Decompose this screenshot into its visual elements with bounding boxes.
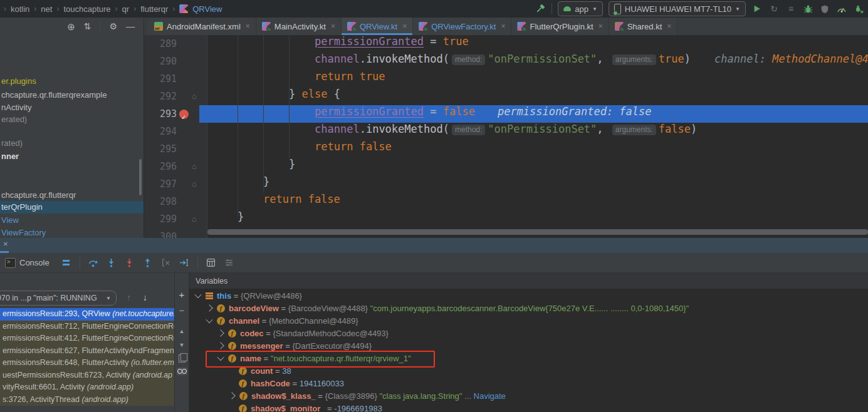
fold-marker-icon[interactable]: ⌂ xyxy=(192,158,197,175)
tree-item[interactable]: nActivity xyxy=(0,101,31,114)
device-dropdown[interactable]: HUAWEI HUAWEI MT7-TL10 ▼ xyxy=(609,1,746,16)
chevron-right-icon[interactable] xyxy=(228,392,235,399)
code-editor[interactable]: 289 290 291 292⌂ 293 294 295 296⌂ 297⌂ 2… xyxy=(144,35,868,238)
variables-panel: Variables this = {QRView@4486} f barcode… xyxy=(189,273,868,412)
fold-marker-icon[interactable]: ⌂ xyxy=(192,175,197,193)
tree-item[interactable]: erated) xyxy=(0,113,27,126)
tab-qrviewfactory-kt[interactable]: QRViewFactory.kt × xyxy=(413,18,511,35)
manifest-file-icon xyxy=(154,22,163,31)
run-button[interactable] xyxy=(751,3,763,14)
close-icon[interactable]: × xyxy=(331,22,335,31)
tab-flutterqrplugin-kt[interactable]: FlutterQrPlugin.kt × xyxy=(511,18,609,35)
stack-frame[interactable]: uestPermissionsResult:6723, Activity (an… xyxy=(0,369,174,382)
debug-panel-header[interactable]: × xyxy=(0,238,868,253)
stack-frame[interactable]: ermissionsResult:627, FlutterActivityAnd… xyxy=(0,345,174,358)
breadcrumb-item-flutterqr[interactable]: flutterqr xyxy=(140,4,168,14)
tree-item[interactable]: ViewFactory xyxy=(0,227,46,238)
close-icon[interactable]: × xyxy=(3,239,8,249)
attach-debugger-icon[interactable] xyxy=(853,3,864,14)
variable-row-channel[interactable]: f channel = {MethodChannel@4489} xyxy=(189,314,868,327)
profiler-gauge-icon[interactable] xyxy=(836,3,847,14)
remove-watch-icon[interactable]: − xyxy=(179,305,185,316)
close-icon[interactable]: × xyxy=(599,22,603,31)
drop-frame-icon[interactable] xyxy=(161,258,171,268)
show-execution-point-icon[interactable] xyxy=(61,258,71,268)
close-icon[interactable]: × xyxy=(667,22,671,31)
tree-item[interactable]: rated) xyxy=(0,137,23,150)
apply-changes-icon[interactable]: ↻ xyxy=(768,3,780,14)
tree-item[interactable]: chcapture.qr.flutterqr xyxy=(0,189,76,202)
variable-row-barcodeview[interactable]: f barcodeView = {BarcodeView@4488} "com.… xyxy=(189,302,868,314)
stack-frame[interactable]: s:3726, ActivityThread (android.app) xyxy=(0,394,174,406)
fold-marker-icon[interactable]: ⌂ xyxy=(192,210,197,228)
tree-item-selected[interactable]: terQrPlugin xyxy=(0,201,144,214)
step-out-icon[interactable] xyxy=(143,258,153,268)
tree-item[interactable]: nner xyxy=(0,150,19,163)
hide-panel-icon[interactable]: — xyxy=(126,22,135,31)
tab-androidmanifest-xml[interactable]: AndroidManifest.xml × xyxy=(149,18,256,35)
run-config-dropdown[interactable]: app ▼ xyxy=(558,1,603,16)
show-watches-icon[interactable] xyxy=(177,368,187,375)
variable-row-codec[interactable]: f codec = {StandardMethodCodec@4493} xyxy=(189,327,868,339)
move-up-icon[interactable]: ▲ xyxy=(179,328,185,334)
frame-up-icon[interactable]: ↑ xyxy=(127,293,131,302)
tree-item[interactable]: er.plugins xyxy=(0,75,36,88)
chevron-right-icon[interactable] xyxy=(217,342,224,349)
tab-shared-kt[interactable]: Shared.kt × xyxy=(609,18,678,35)
horizontal-scrollbar[interactable] xyxy=(207,229,868,235)
move-down-icon[interactable]: ▼ xyxy=(179,342,185,348)
copy-frame-icon[interactable] xyxy=(179,354,186,363)
scrollbar-thumb[interactable] xyxy=(139,159,142,195)
force-step-into-icon[interactable] xyxy=(125,258,135,268)
collapse-all-icon[interactable]: ⇅ xyxy=(84,22,92,31)
run-to-cursor-icon[interactable] xyxy=(179,258,189,268)
variable-row-messenger[interactable]: f messenger = {DartExecutor@4494} xyxy=(189,339,868,352)
variable-row-shadow-monitor[interactable]: f shadow$_monitor_ = -1966691983 xyxy=(189,402,868,412)
locate-file-icon[interactable]: ⊕ xyxy=(67,22,75,31)
chevron-right-icon[interactable] xyxy=(206,304,212,311)
line-number: 295 xyxy=(144,143,177,155)
gear-icon[interactable]: ⚙ xyxy=(109,22,117,31)
stack-frame[interactable]: ermissionsResult:412, FlutterEngineConne… xyxy=(0,332,174,345)
chevron-down-icon[interactable] xyxy=(206,316,212,323)
close-icon[interactable]: × xyxy=(402,22,407,31)
tab-console[interactable]: Console xyxy=(5,258,53,268)
chevron-down-icon[interactable] xyxy=(194,291,201,298)
tree-item[interactable]: View xyxy=(0,214,19,227)
breadcrumb-item-kotlin[interactable]: kotlin xyxy=(11,4,29,14)
stack-frame-selected[interactable]: ermissionsResult:293, QRView (net.touchc… xyxy=(0,308,174,321)
profile-shield-icon[interactable] xyxy=(819,3,830,14)
project-tree-panel: er.plugins chcapture.qr.flutterqrexample… xyxy=(0,35,144,238)
build-hammer-icon[interactable] xyxy=(535,3,546,14)
breadcrumb-item-touchcapture[interactable]: touchcapture xyxy=(63,4,110,14)
breadcrumb-current-file[interactable]: QRView xyxy=(192,4,222,14)
add-watch-icon[interactable]: + xyxy=(179,289,185,300)
close-icon[interactable]: × xyxy=(501,22,505,31)
step-into-icon[interactable] xyxy=(107,258,117,268)
variable-row-shadow-klass[interactable]: f shadow$_klass_ = {Class@3896} "class j… xyxy=(189,389,868,402)
evaluate-expression-icon[interactable] xyxy=(206,258,216,268)
code-area[interactable]: permissionGranted = true channel.invokeM… xyxy=(207,35,868,238)
apply-code-changes-icon[interactable]: ≡ xyxy=(785,3,797,14)
tab-mainactivity-kt[interactable]: MainActivity.kt × xyxy=(256,18,342,35)
chevron-right-icon[interactable] xyxy=(217,329,224,336)
tab-qrview-kt[interactable]: QRView.kt × xyxy=(342,18,413,35)
close-icon[interactable]: × xyxy=(246,22,250,31)
frame-down-icon[interactable]: ↓ xyxy=(143,293,147,302)
breadcrumb-item-qr[interactable]: qr xyxy=(122,4,130,14)
stack-frame[interactable]: vityResult:6601, Activity (android.app) xyxy=(0,381,174,394)
stack-frame[interactable]: ermissionsResult:648, FlutterActivity (i… xyxy=(0,357,174,369)
fold-marker-icon[interactable]: ⌂ xyxy=(192,88,197,105)
debug-button[interactable] xyxy=(802,3,813,14)
navigate-link[interactable]: Navigate xyxy=(474,391,506,401)
divider xyxy=(552,3,552,14)
thread-dropdown[interactable]: 070 in ...p "main": RUNNING ▼ xyxy=(0,291,117,306)
breadcrumb-item-net[interactable]: net xyxy=(41,4,52,14)
variable-row-hashcode[interactable]: f hashCode = 1941160033 xyxy=(189,377,868,389)
tree-item[interactable]: chcapture.qr.flutterqrexample xyxy=(0,89,107,101)
stack-frame[interactable]: ermissionsResult:712, FlutterEngineConne… xyxy=(0,321,174,333)
layout-settings-icon[interactable] xyxy=(224,258,234,268)
breakpoint-icon[interactable] xyxy=(179,110,189,119)
step-over-icon[interactable] xyxy=(88,258,98,268)
variable-row-this[interactable]: this = {QRView@4486} xyxy=(189,289,868,302)
